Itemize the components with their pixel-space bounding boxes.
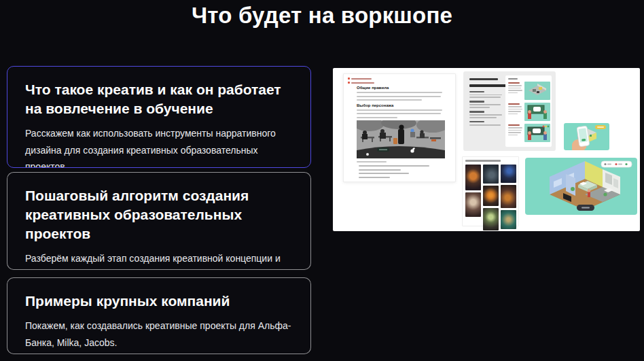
text-line [351,82,374,84]
text-line [508,103,520,105]
card-art-tile [501,210,516,229]
text-line [469,97,501,98]
text-line [465,160,501,162]
text-line [508,78,518,80]
text-line [357,113,441,114]
text-line [469,94,502,96]
topic-card-description: Расскажем как использовать инструменты н… [25,125,293,168]
text-line [357,92,442,93]
cards-column [465,165,481,230]
card-art-tile [483,165,499,184]
text-line [508,111,521,112]
text-line [469,121,484,123]
text-line [359,177,390,178]
text-line [359,173,409,174]
storyboard-row-text [508,124,522,142]
isometric-room-preview [525,158,637,215]
text-line [351,78,372,80]
red-bullet-icon [348,82,350,84]
cards-grid [465,165,516,230]
storyboard-frame-classroom [524,103,550,121]
workshop-section: Что будет на воркшопе Что такое креатив … [0,0,644,361]
text-line [357,161,387,162]
text-line [508,132,521,133]
topic-card-title: Примеры крупных компаний [25,292,293,311]
storyboard-frame-dialog [524,124,550,142]
text-line [357,99,422,101]
text-line [469,104,501,105]
doc-page-preview: Общие правила Выбор персонажа [343,73,456,182]
text-line [508,90,522,91]
cards-column [501,165,516,230]
topic-card-description: Разберём каждый этап создания креативной… [25,250,293,270]
text-line [508,127,522,128]
card-art-tile [483,208,499,230]
text-line [359,165,429,167]
topic-card-title: Пошаговый алгоритм создания креативных о… [25,186,293,243]
isometric-room-illustration [525,158,637,215]
text-line [469,111,484,113]
storyboard-frame-isometric [524,82,550,100]
text-line [508,135,518,136]
storyboard-row [508,82,549,100]
topic-card-algorithm[interactable]: Пошаговый алгоритм создания креативных о… [7,172,311,270]
topic-card-creative[interactable]: Что такое креатив и как он работает на в… [7,66,311,168]
text-line [359,169,401,171]
card-art-tile [501,185,516,208]
text-line [469,124,501,126]
workshop-preview-collage: Общие правила Выбор персонажа [333,68,640,231]
text-line [508,124,520,126]
park-scene-illustration [357,120,445,158]
storyboard-frames-panel [505,75,552,147]
card-art-tile [483,186,499,206]
text-line [508,82,520,84]
text-line [469,84,507,87]
page-title: Что будет на воркшопе [0,3,644,29]
text-line [469,107,490,108]
storyboard-doc-preview [463,71,556,151]
storyboard-row [508,103,549,121]
doc-link [348,78,451,80]
text-line [357,109,442,111]
topic-card-examples[interactable]: Примеры крупных компаний Покажем, как со… [7,277,311,354]
storyboard-row-text [508,103,522,121]
storyboard-row-text [508,82,522,100]
text-line [508,109,522,110]
text-line [469,78,498,80]
text-line [508,106,522,107]
text-line [469,91,484,93]
phone-app-preview [564,123,609,150]
card-art-tile [465,165,481,190]
text-line [508,130,522,131]
text-line [357,96,441,97]
topic-card-title: Что такое креатив и как он работает на в… [25,80,293,118]
doc-heading: Выбор персонажа [357,103,451,107]
phone-in-hand-illustration [564,123,609,150]
text-line [508,88,521,89]
red-bullet-icon [348,78,350,80]
cards-collage-preview [462,156,519,226]
doc-numbered-list [359,165,451,178]
doc-link [348,82,451,84]
card-art-tile [501,165,516,183]
doc-content: Общие правила Выбор персонажа [357,86,451,178]
text-line [357,117,397,118]
text-line [508,92,518,94]
card-art-tile [465,192,481,217]
text-line [469,117,497,118]
cards-column [483,165,499,230]
text-line [469,101,484,103]
doc-heading: Общие правила [357,86,451,90]
topic-card-description: Покажем, как создавались креативные прое… [25,317,293,351]
text-line [469,114,502,116]
storyboard-row [508,124,549,142]
text-line [508,114,518,115]
text-line [508,85,522,86]
